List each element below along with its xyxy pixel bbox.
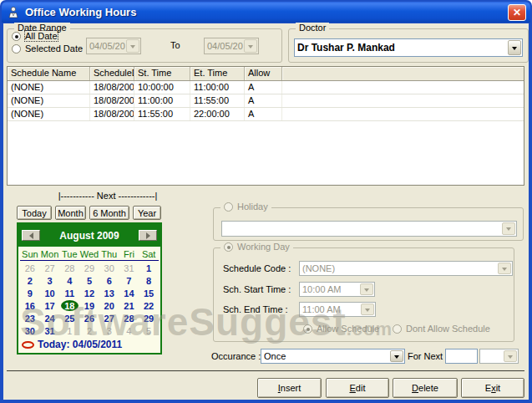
close-button[interactable]: ✕	[508, 4, 526, 21]
month-calendar: August 2009 Sun Mon Tue Wed Thu Fri Sat …	[17, 222, 162, 355]
calendar-day[interactable]: 30	[20, 324, 40, 337]
working-day-radio-circle	[224, 242, 233, 252]
calendar-day[interactable]: 3	[99, 324, 119, 337]
edit-button[interactable]: Edit	[326, 378, 389, 398]
calendar-day[interactable]: 12	[79, 287, 99, 299]
calendar-day[interactable]: 4	[119, 324, 139, 337]
prev-month-icon	[26, 232, 33, 239]
calendar-day[interactable]: 31	[40, 324, 60, 337]
calendar-day[interactable]: 1	[59, 324, 79, 337]
calendar-day[interactable]: 5	[79, 274, 99, 287]
schedule-code-value: (NONE)	[302, 263, 497, 273]
calendar-day[interactable]: 10	[40, 287, 60, 299]
today-button[interactable]: Today	[17, 206, 52, 220]
calendar-day[interactable]: 19	[79, 299, 99, 312]
calendar-header: August 2009	[18, 224, 160, 247]
all-date-radio[interactable]: All Date	[12, 31, 58, 41]
column-header[interactable]: Schedule Name	[8, 67, 90, 80]
window-title: Office Working Hours	[25, 6, 136, 18]
day-header: Fri	[119, 249, 139, 259]
calendar-day[interactable]: 30	[99, 262, 119, 274]
year-button[interactable]: Year	[133, 206, 161, 220]
calendar-day-selected[interactable]: 18	[61, 300, 79, 311]
end-time-combo: 11:00 AM	[299, 302, 376, 317]
calendar-month-title: August 2009	[40, 230, 139, 242]
table-row[interactable]: (NONE)18/08/200911:00:0011:55:00A	[8, 94, 524, 108]
calendar-day[interactable]: 17	[40, 299, 60, 312]
exit-button[interactable]: Exit	[461, 378, 524, 398]
table-cell: 22:00:00	[190, 108, 245, 120]
edit-label-post: dit	[356, 383, 366, 393]
occurance-combo[interactable]: Once	[261, 349, 405, 364]
doctor-dropdown-button[interactable]	[508, 40, 521, 55]
schedule-code-label: Schedule Code :	[223, 263, 291, 273]
delete-button[interactable]: Delete	[393, 378, 458, 398]
calendar-day[interactable]: 6	[99, 274, 119, 287]
calendar-day[interactable]: 14	[119, 287, 139, 299]
insert-button[interactable]: Insert	[257, 378, 322, 398]
calendar-day-headers: Sun Mon Tue Wed Thu Fri Sat	[20, 247, 159, 261]
calendar-day[interactable]: 15	[139, 287, 159, 299]
calendar-day[interactable]: 21	[119, 299, 139, 312]
all-date-radio-circle[interactable]	[12, 32, 21, 41]
calendar-day[interactable]: 22	[139, 299, 159, 312]
calendar-day[interactable]: 4	[59, 274, 79, 287]
table-cell: 18/08/2009	[90, 81, 134, 94]
doctor-combo[interactable]: Dr Tushar P. Mankad	[294, 38, 523, 57]
calendar-day[interactable]: 2	[20, 274, 40, 287]
table-cell: 18/08/2009	[90, 108, 134, 120]
calendar-day[interactable]: 3	[40, 274, 60, 287]
date-from-combo: 04/05/2011	[86, 38, 141, 54]
occurance-dropdown-button[interactable]	[390, 350, 403, 362]
calendar-day[interactable]: 27	[99, 312, 119, 324]
calendar-day[interactable]: 7	[119, 274, 139, 287]
table-cell: A	[245, 108, 282, 120]
calendar-day[interactable]: 23	[20, 312, 40, 324]
for-next-unit-dropdown-button	[504, 350, 517, 362]
start-time-label: Sch. Start Time :	[223, 284, 291, 294]
calendar-day[interactable]: 29	[79, 262, 99, 274]
close-icon: ✕	[513, 8, 521, 18]
column-header[interactable]: Allow	[245, 67, 282, 80]
table-row[interactable]: (NONE)18/08/200911:55:0022:00:00A	[8, 108, 524, 121]
column-header[interactable]: St. Time	[134, 67, 190, 80]
six-month-button[interactable]: 6 Month	[89, 206, 129, 220]
calendar-day[interactable]: 20	[99, 299, 119, 312]
calendar-day[interactable]: 13	[99, 287, 119, 299]
calendar-day[interactable]: 27	[40, 262, 60, 274]
calendar-day[interactable]: 31	[119, 262, 139, 274]
next-month-icon	[146, 232, 154, 239]
table-row[interactable]: (NONE)18/08/200910:00:0011:00:00A	[8, 81, 524, 94]
date-from-value: 04/05/2011	[89, 41, 125, 51]
column-header[interactable]: ScheduleDate	[90, 67, 134, 80]
month-button[interactable]: Month	[55, 206, 86, 220]
calendar-day[interactable]: 25	[59, 312, 79, 324]
calendar-day[interactable]: 24	[40, 312, 60, 324]
app-icon	[7, 6, 20, 19]
calendar-day[interactable]: 26	[20, 262, 40, 274]
calendar-today-row[interactable]: Today: 04/05/2011	[18, 337, 160, 352]
calendar-day[interactable]: 1	[139, 262, 159, 274]
calendar-day[interactable]: 28	[119, 312, 139, 324]
calendar-day[interactable]: 16	[20, 299, 40, 312]
for-next-input[interactable]	[445, 349, 478, 364]
calendar-day[interactable]: 28	[59, 262, 79, 274]
selected-date-radio[interactable]: Selected Date	[12, 43, 83, 54]
grid-body: (NONE)18/08/200910:00:0011:00:00A(NONE)1…	[8, 81, 524, 121]
date-from-dropdown-button	[126, 39, 139, 53]
occurance-value: Once	[264, 351, 389, 361]
column-header[interactable]: Et. Time	[190, 67, 245, 80]
working-day-label: Working Day	[237, 242, 290, 252]
selected-date-radio-circle[interactable]	[12, 44, 21, 54]
calendar-day[interactable]: 8	[139, 274, 159, 287]
next-month-button[interactable]	[139, 230, 157, 241]
calendar-day[interactable]: 9	[20, 287, 40, 299]
prev-month-button[interactable]	[22, 230, 40, 241]
calendar-day[interactable]: 2	[79, 324, 99, 337]
calendar-day[interactable]: 26	[79, 312, 99, 324]
calendar-day[interactable]: 11	[59, 287, 79, 299]
calendar-day[interactable]: 29	[139, 312, 159, 324]
dropdown-arrow-icon	[506, 227, 511, 233]
calendar-day[interactable]: 5	[139, 324, 159, 337]
selected-date-label: Selected Date	[25, 43, 83, 54]
